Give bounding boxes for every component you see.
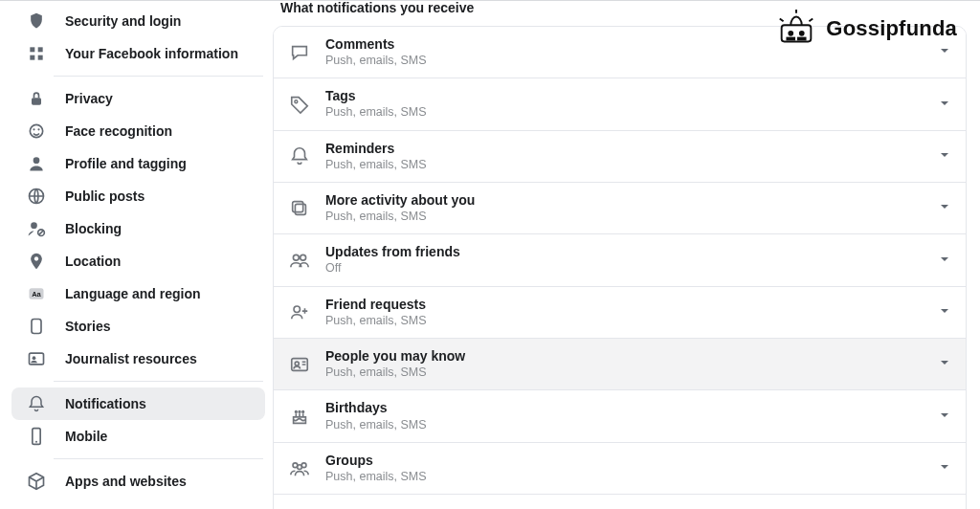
sidebar-item-label: Journalist resources — [65, 351, 197, 366]
shield-icon — [21, 10, 52, 33]
sidebar-item-label: Blocking — [65, 221, 122, 236]
sidebar-item-blocking[interactable]: Blocking — [11, 212, 265, 245]
row-title: Friend requests — [325, 297, 924, 312]
chevron-down-icon — [937, 459, 952, 477]
settings-page: Security and loginYour Facebook informat… — [0, 0, 980, 509]
lock-icon — [21, 87, 52, 110]
sidebar-divider — [54, 76, 263, 77]
sidebar-item-privacy[interactable]: Privacy — [11, 82, 265, 115]
notification-row-more-activity-about-you[interactable]: More activity about youPush, emails, SMS — [274, 182, 966, 233]
row-subtitle: Push, emails, SMS — [325, 209, 924, 224]
stack-icon — [287, 198, 312, 219]
row-title: Groups — [325, 453, 924, 468]
face-icon — [21, 120, 52, 143]
notification-row-people-you-may-know[interactable]: People you may knowPush, emails, SMS — [274, 338, 966, 389]
sidebar-item-face-recognition[interactable]: Face recognition — [11, 115, 265, 147]
chevron-down-icon — [937, 199, 952, 217]
tag-icon — [287, 94, 312, 115]
row-subtitle: Push, emails, SMS — [325, 417, 924, 432]
notification-row-tags[interactable]: TagsPush, emails, SMS — [274, 77, 966, 129]
sidebar-item-label: Stories — [65, 319, 110, 334]
aa-icon — [21, 282, 52, 305]
notification-row-friend-requests[interactable]: Friend requestsPush, emails, SMS — [274, 286, 966, 338]
sidebar-item-security-and-login[interactable]: Security and login — [11, 5, 265, 37]
rect-icon — [21, 315, 52, 338]
row-subtitle: Push, emails, SMS — [325, 365, 924, 380]
row-text: Updates from friendsOff — [325, 244, 924, 276]
comment-icon — [287, 42, 312, 63]
user-block-icon — [21, 217, 52, 240]
cake-icon — [287, 406, 312, 427]
sidebar-item-notifications[interactable]: Notifications — [11, 387, 265, 420]
person-card-icon — [21, 347, 52, 370]
row-title: Birthdays — [325, 400, 924, 415]
profile-icon — [21, 152, 52, 175]
phone-icon — [21, 425, 52, 448]
row-text: People you may knowPush, emails, SMS — [325, 348, 924, 380]
sidebar-item-stories[interactable]: Stories — [11, 310, 265, 343]
sidebar-item-label: Mobile — [65, 429, 107, 444]
sidebar-item-location[interactable]: Location — [11, 245, 265, 277]
sidebar-item-label: Your Facebook information — [65, 46, 238, 61]
row-title: Reminders — [325, 141, 924, 156]
row-title: Tags — [325, 88, 924, 103]
sidebar-divider — [54, 458, 263, 459]
notification-row-updates-from-friends[interactable]: Updates from friendsOff — [274, 233, 966, 285]
sidebar-item-label: Apps and websites — [65, 474, 187, 489]
row-title: Updates from friends — [325, 244, 924, 259]
bell-icon — [287, 145, 312, 166]
notification-row-comments[interactable]: CommentsPush, emails, SMS — [274, 27, 966, 77]
id-icon — [287, 354, 312, 375]
row-subtitle: Push, emails, SMS — [325, 469, 924, 484]
sidebar-item-label: Face recognition — [65, 123, 172, 139]
sidebar-item-label: Notifications — [65, 396, 146, 411]
row-title: Comments — [325, 36, 924, 52]
friend-add-icon — [287, 301, 312, 322]
row-text: RemindersPush, emails, SMS — [325, 141, 924, 172]
section-heading: What notifications you receive — [273, 0, 967, 23]
row-text: Friend requestsPush, emails, SMS — [325, 297, 924, 328]
row-subtitle: Push, emails, SMS — [325, 104, 924, 120]
cube-icon — [21, 470, 52, 493]
row-title: More activity about you — [325, 192, 924, 208]
chevron-down-icon — [937, 96, 952, 114]
sidebar-item-public-posts[interactable]: Public posts — [11, 180, 265, 212]
sidebar-item-apps-and-websites[interactable]: Apps and websites — [11, 465, 265, 498]
chevron-down-icon — [937, 252, 952, 270]
row-title: People you may know — [325, 348, 924, 364]
row-text: TagsPush, emails, SMS — [325, 88, 924, 120]
sidebar-item-your-facebook-information[interactable]: Your Facebook information — [11, 37, 265, 70]
settings-sidebar: Security and loginYour Facebook informat… — [0, 1, 273, 509]
sidebar-item-profile-and-tagging[interactable]: Profile and tagging — [11, 147, 265, 180]
sidebar-item-label: Profile and tagging — [65, 156, 187, 171]
chevron-down-icon — [937, 43, 952, 61]
notification-rows: CommentsPush, emails, SMSTagsPush, email… — [273, 26, 967, 509]
chevron-down-icon — [937, 303, 952, 321]
grid-icon — [21, 42, 52, 65]
sidebar-item-label: Privacy — [65, 91, 113, 106]
bell-icon — [21, 392, 52, 415]
row-text: BirthdaysPush, emails, SMS — [325, 400, 924, 432]
sidebar-item-mobile[interactable]: Mobile — [11, 420, 265, 453]
row-text: More activity about youPush, emails, SMS — [325, 192, 924, 224]
sidebar-item-label: Public posts — [65, 188, 145, 204]
chevron-down-icon — [937, 408, 952, 426]
chevron-down-icon — [937, 147, 952, 166]
sidebar-item-label: Security and login — [65, 13, 181, 29]
sidebar-item-journalist-resources[interactable]: Journalist resources — [11, 343, 265, 375]
sidebar-divider — [54, 381, 263, 382]
sidebar-item-label: Language and region — [65, 286, 201, 301]
row-subtitle: Push, emails, SMS — [325, 53, 924, 68]
pin-icon — [21, 250, 52, 273]
row-subtitle: Push, emails, SMS — [325, 157, 924, 172]
friends-icon — [287, 250, 312, 271]
notification-row-video[interactable]: Video — [274, 494, 966, 509]
chevron-down-icon — [937, 355, 952, 373]
group-icon — [287, 457, 312, 478]
sidebar-item-label: Location — [65, 254, 121, 269]
notification-row-reminders[interactable]: RemindersPush, emails, SMS — [274, 130, 966, 182]
notification-row-groups[interactable]: GroupsPush, emails, SMS — [274, 442, 966, 494]
row-text: GroupsPush, emails, SMS — [325, 453, 924, 484]
notification-row-birthdays[interactable]: BirthdaysPush, emails, SMS — [274, 389, 966, 441]
sidebar-item-language-and-region[interactable]: Language and region — [11, 277, 265, 310]
